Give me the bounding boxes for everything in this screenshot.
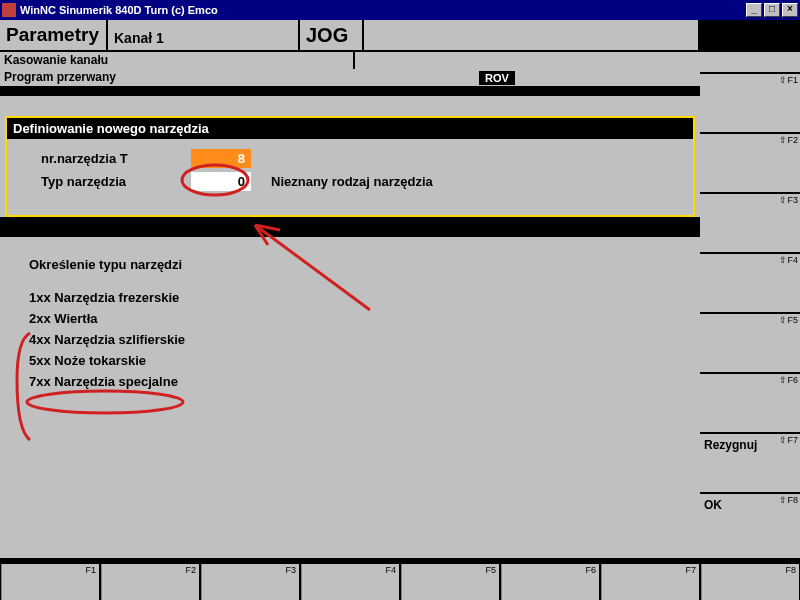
fkey-label: ⇧F7 bbox=[779, 435, 798, 445]
softkey-label: OK bbox=[704, 498, 722, 512]
fkey-label: F1 bbox=[85, 565, 96, 575]
softkey-f5[interactable]: ⇧F5 bbox=[700, 312, 800, 372]
fkey-label: ⇧F3 bbox=[779, 195, 798, 205]
fkey-label: F8 bbox=[785, 565, 796, 575]
fkey-label: F6 bbox=[585, 565, 596, 575]
type-item-2xx: 2xx Wiertła bbox=[29, 311, 671, 326]
tool-types-panel: Określenie typu narzędzi 1xx Narzędzia f… bbox=[5, 237, 695, 415]
close-button[interactable]: × bbox=[782, 3, 798, 17]
fkey-label: F5 bbox=[485, 565, 496, 575]
section-label: Parametry bbox=[0, 20, 108, 50]
tool-type-label: Typ narzędzia bbox=[41, 174, 191, 189]
mode-label: JOG bbox=[300, 20, 364, 50]
softkeys-right: ⇧F1 ⇧F2 ⇧F3 ⇧F4 ⇧F5 ⇧F6 Rezygnuj⇧F7 OK⇧F… bbox=[700, 72, 800, 552]
fkey-label: ⇧F1 bbox=[779, 75, 798, 85]
softkey-bottom-f7[interactable]: F7 bbox=[601, 564, 699, 600]
divider bbox=[0, 86, 700, 96]
tool-number-input[interactable]: 8 bbox=[191, 149, 251, 168]
fkey-label: ⇧F2 bbox=[779, 135, 798, 145]
tool-type-desc: Nieznany rodzaj narzędzia bbox=[271, 174, 433, 189]
softkey-label: Rezygnuj bbox=[704, 438, 757, 452]
fkey-label: ⇧F4 bbox=[779, 255, 798, 265]
softkey-f6[interactable]: ⇧F6 bbox=[700, 372, 800, 432]
softkey-f1[interactable]: ⇧F1 bbox=[700, 72, 800, 132]
fkey-label: F2 bbox=[185, 565, 196, 575]
tool-number-row: nr.narzędzia T 8 bbox=[21, 149, 679, 168]
tool-type-row: Typ narzędzia 0 Nieznany rodzaj narzędzi… bbox=[21, 172, 679, 191]
new-tool-panel: Definiowanie nowego narzędzia nr.narzędz… bbox=[5, 116, 695, 217]
softkey-bottom-f2[interactable]: F2 bbox=[101, 564, 199, 600]
rov-badge: ROV bbox=[479, 71, 515, 85]
softkey-f2[interactable]: ⇧F2 bbox=[700, 132, 800, 192]
fkey-label: F7 bbox=[685, 565, 696, 575]
window-titlebar: WinNC Sinumerik 840D Turn (c) Emco _ □ × bbox=[0, 0, 800, 20]
softkey-f3[interactable]: ⇧F3 bbox=[700, 192, 800, 252]
type-item-4xx: 4xx Narzędzia szlifierskie bbox=[29, 332, 671, 347]
header-spacer bbox=[364, 20, 700, 50]
minimize-button[interactable]: _ bbox=[746, 3, 762, 17]
main-area: Parametry Kanał 1 JOG Kasowanie kanału P… bbox=[0, 20, 800, 600]
fkey-label: F3 bbox=[285, 565, 296, 575]
tool-type-input[interactable]: 0 bbox=[191, 172, 251, 191]
softkeys-bottom: F1 F2 F3 F4 F5 F6 F7 F8 bbox=[0, 558, 800, 600]
fkey-label: F4 bbox=[385, 565, 396, 575]
status-line-2: Program przerwany bbox=[0, 69, 355, 86]
softkey-ok[interactable]: OK⇧F8 bbox=[700, 492, 800, 552]
header-row: Parametry Kanał 1 JOG bbox=[0, 20, 800, 52]
tool-types-title: Określenie typu narzędzi bbox=[29, 257, 671, 272]
status-line-1: Kasowanie kanału bbox=[0, 52, 355, 69]
softkey-rezygnuj[interactable]: Rezygnuj⇧F7 bbox=[700, 432, 800, 492]
content-area: Definiowanie nowego narzędzia nr.narzędz… bbox=[5, 116, 695, 558]
header-right-gap bbox=[700, 20, 800, 50]
type-item-5xx: 5xx Noże tokarskie bbox=[29, 353, 671, 368]
status-mid-1 bbox=[355, 52, 700, 69]
maximize-button[interactable]: □ bbox=[764, 3, 780, 17]
tool-number-label: nr.narzędzia T bbox=[41, 151, 191, 166]
status-row-1: Kasowanie kanału bbox=[0, 52, 800, 69]
panel-gap bbox=[0, 217, 700, 237]
status-mid-2: ROV bbox=[355, 69, 700, 86]
fkey-label: ⇧F5 bbox=[779, 315, 798, 325]
softkey-f4[interactable]: ⇧F4 bbox=[700, 252, 800, 312]
app-icon bbox=[2, 3, 16, 17]
status-gap-1 bbox=[700, 52, 800, 69]
status-row-2: Program przerwany ROV bbox=[0, 69, 800, 86]
softkey-bottom-f3[interactable]: F3 bbox=[201, 564, 299, 600]
channel-label: Kanał 1 bbox=[108, 20, 300, 50]
softkey-bottom-f4[interactable]: F4 bbox=[301, 564, 399, 600]
window-title: WinNC Sinumerik 840D Turn (c) Emco bbox=[20, 4, 744, 16]
type-item-1xx: 1xx Narzędzia frezerskie bbox=[29, 290, 671, 305]
softkey-bottom-f1[interactable]: F1 bbox=[1, 564, 99, 600]
softkey-bottom-f6[interactable]: F6 bbox=[501, 564, 599, 600]
softkey-bottom-f8[interactable]: F8 bbox=[701, 564, 799, 600]
fkey-label: ⇧F6 bbox=[779, 375, 798, 385]
panel-title: Definiowanie nowego narzędzia bbox=[7, 118, 693, 139]
type-item-7xx: 7xx Narzędzia specjalne bbox=[29, 374, 671, 389]
softkey-bottom-f5[interactable]: F5 bbox=[401, 564, 499, 600]
fkey-label: ⇧F8 bbox=[779, 495, 798, 505]
